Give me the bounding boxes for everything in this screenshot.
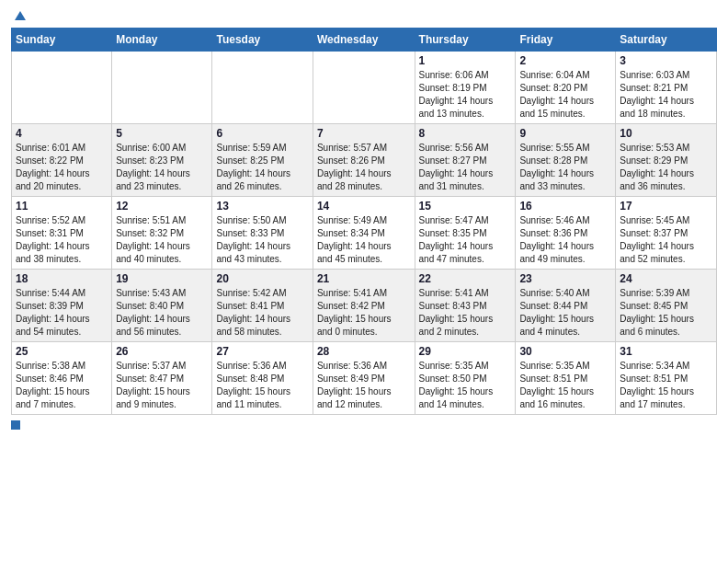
day-info: Sunrise: 5:50 AM Sunset: 8:33 PM Dayligh…	[216, 214, 308, 266]
day-cell	[313, 52, 415, 124]
day-cell: 6Sunrise: 5:59 AM Sunset: 8:25 PM Daylig…	[212, 124, 313, 197]
day-number: 1	[419, 54, 512, 67]
day-cell: 12Sunrise: 5:51 AM Sunset: 8:32 PM Dayli…	[112, 197, 212, 270]
day-number: 13	[216, 200, 308, 213]
day-number: 16	[519, 200, 611, 213]
day-info: Sunrise: 6:00 AM Sunset: 8:23 PM Dayligh…	[116, 142, 208, 193]
day-number: 19	[116, 272, 208, 285]
day-cell	[12, 52, 112, 124]
svg-marker-0	[15, 11, 26, 20]
page: SundayMondayTuesdayWednesdayThursdayFrid…	[0, 0, 728, 563]
day-number: 5	[116, 127, 208, 140]
day-info: Sunrise: 5:35 AM Sunset: 8:50 PM Dayligh…	[419, 360, 512, 411]
day-info: Sunrise: 5:47 AM Sunset: 8:35 PM Dayligh…	[419, 214, 512, 266]
day-info: Sunrise: 5:49 AM Sunset: 8:34 PM Dayligh…	[317, 214, 411, 266]
day-info: Sunrise: 5:59 AM Sunset: 8:25 PM Dayligh…	[216, 142, 308, 193]
day-number: 28	[317, 345, 411, 358]
day-info: Sunrise: 5:41 AM Sunset: 8:43 PM Dayligh…	[419, 287, 512, 339]
day-info: Sunrise: 5:51 AM Sunset: 8:32 PM Dayligh…	[116, 214, 208, 266]
day-cell: 28Sunrise: 5:36 AM Sunset: 8:49 PM Dayli…	[313, 342, 415, 415]
day-cell: 25Sunrise: 5:38 AM Sunset: 8:46 PM Dayli…	[12, 342, 112, 415]
col-header-wednesday: Wednesday	[313, 29, 415, 52]
day-info: Sunrise: 5:40 AM Sunset: 8:44 PM Dayligh…	[519, 287, 611, 339]
day-cell: 20Sunrise: 5:42 AM Sunset: 8:41 PM Dayli…	[212, 270, 313, 342]
day-number: 24	[620, 272, 712, 285]
day-cell: 17Sunrise: 5:45 AM Sunset: 8:37 PM Dayli…	[616, 197, 717, 270]
col-header-sunday: Sunday	[12, 29, 112, 52]
day-number: 21	[317, 272, 411, 285]
day-cell: 14Sunrise: 5:49 AM Sunset: 8:34 PM Dayli…	[313, 197, 415, 270]
day-info: Sunrise: 5:52 AM Sunset: 8:31 PM Dayligh…	[16, 214, 108, 266]
day-number: 14	[317, 200, 411, 213]
day-number: 15	[419, 200, 512, 213]
day-info: Sunrise: 5:37 AM Sunset: 8:47 PM Dayligh…	[116, 360, 208, 411]
day-info: Sunrise: 5:41 AM Sunset: 8:42 PM Dayligh…	[317, 287, 411, 339]
day-cell: 10Sunrise: 5:53 AM Sunset: 8:29 PM Dayli…	[616, 124, 717, 197]
day-info: Sunrise: 5:44 AM Sunset: 8:39 PM Dayligh…	[16, 287, 108, 339]
day-info: Sunrise: 6:06 AM Sunset: 8:19 PM Dayligh…	[419, 69, 512, 121]
day-number: 2	[519, 54, 611, 67]
calendar-table: SundayMondayTuesdayWednesdayThursdayFrid…	[11, 28, 717, 415]
day-info: Sunrise: 5:56 AM Sunset: 8:27 PM Dayligh…	[419, 142, 512, 193]
logo	[11, 9, 26, 22]
day-info: Sunrise: 5:57 AM Sunset: 8:26 PM Dayligh…	[317, 142, 411, 193]
day-cell: 31Sunrise: 5:34 AM Sunset: 8:51 PM Dayli…	[616, 342, 717, 415]
day-number: 6	[216, 127, 308, 140]
week-row-1: 1Sunrise: 6:06 AM Sunset: 8:19 PM Daylig…	[12, 52, 717, 124]
day-info: Sunrise: 5:53 AM Sunset: 8:29 PM Dayligh…	[620, 142, 712, 193]
day-number: 8	[419, 127, 512, 140]
day-number: 25	[16, 345, 108, 358]
day-number: 29	[419, 345, 512, 358]
day-cell: 29Sunrise: 5:35 AM Sunset: 8:50 PM Dayli…	[415, 342, 516, 415]
day-info: Sunrise: 5:35 AM Sunset: 8:51 PM Dayligh…	[519, 360, 611, 411]
day-info: Sunrise: 5:39 AM Sunset: 8:45 PM Dayligh…	[620, 287, 712, 339]
day-cell: 2Sunrise: 6:04 AM Sunset: 8:20 PM Daylig…	[516, 52, 616, 124]
day-cell: 15Sunrise: 5:47 AM Sunset: 8:35 PM Dayli…	[415, 197, 516, 270]
legend-dot	[11, 420, 20, 430]
logo-icon	[13, 9, 26, 22]
footer	[11, 420, 717, 430]
day-number: 17	[620, 200, 712, 213]
col-header-thursday: Thursday	[415, 29, 516, 52]
header-row: SundayMondayTuesdayWednesdayThursdayFrid…	[12, 29, 717, 52]
day-number: 7	[317, 127, 411, 140]
week-row-3: 11Sunrise: 5:52 AM Sunset: 8:31 PM Dayli…	[12, 197, 717, 270]
day-info: Sunrise: 5:42 AM Sunset: 8:41 PM Dayligh…	[216, 287, 308, 339]
day-info: Sunrise: 5:36 AM Sunset: 8:49 PM Dayligh…	[317, 360, 411, 411]
col-header-saturday: Saturday	[616, 29, 717, 52]
col-header-monday: Monday	[112, 29, 212, 52]
day-cell: 18Sunrise: 5:44 AM Sunset: 8:39 PM Dayli…	[12, 270, 112, 342]
day-number: 20	[216, 272, 308, 285]
day-number: 23	[519, 272, 611, 285]
col-header-friday: Friday	[516, 29, 616, 52]
day-cell: 1Sunrise: 6:06 AM Sunset: 8:19 PM Daylig…	[415, 52, 516, 124]
day-info: Sunrise: 5:43 AM Sunset: 8:40 PM Dayligh…	[116, 287, 208, 339]
day-info: Sunrise: 5:55 AM Sunset: 8:28 PM Dayligh…	[519, 142, 611, 193]
calendar-header: SundayMondayTuesdayWednesdayThursdayFrid…	[12, 29, 717, 52]
week-row-5: 25Sunrise: 5:38 AM Sunset: 8:46 PM Dayli…	[12, 342, 717, 415]
day-cell: 3Sunrise: 6:03 AM Sunset: 8:21 PM Daylig…	[616, 52, 717, 124]
day-number: 31	[620, 345, 712, 358]
day-info: Sunrise: 6:04 AM Sunset: 8:20 PM Dayligh…	[519, 69, 611, 121]
day-info: Sunrise: 6:01 AM Sunset: 8:22 PM Dayligh…	[16, 142, 108, 193]
col-header-tuesday: Tuesday	[212, 29, 313, 52]
header	[11, 9, 717, 22]
day-cell: 27Sunrise: 5:36 AM Sunset: 8:48 PM Dayli…	[212, 342, 313, 415]
day-number: 26	[116, 345, 208, 358]
week-row-4: 18Sunrise: 5:44 AM Sunset: 8:39 PM Dayli…	[12, 270, 717, 342]
day-info: Sunrise: 5:38 AM Sunset: 8:46 PM Dayligh…	[16, 360, 108, 411]
day-info: Sunrise: 6:03 AM Sunset: 8:21 PM Dayligh…	[620, 69, 712, 121]
day-cell: 13Sunrise: 5:50 AM Sunset: 8:33 PM Dayli…	[212, 197, 313, 270]
day-cell: 23Sunrise: 5:40 AM Sunset: 8:44 PM Dayli…	[516, 270, 616, 342]
day-number: 10	[620, 127, 712, 140]
day-number: 18	[16, 272, 108, 285]
calendar-body: 1Sunrise: 6:06 AM Sunset: 8:19 PM Daylig…	[12, 52, 717, 415]
day-number: 22	[419, 272, 512, 285]
day-number: 4	[16, 127, 108, 140]
day-number: 9	[519, 127, 611, 140]
day-info: Sunrise: 5:36 AM Sunset: 8:48 PM Dayligh…	[216, 360, 308, 411]
day-cell: 22Sunrise: 5:41 AM Sunset: 8:43 PM Dayli…	[415, 270, 516, 342]
day-cell: 11Sunrise: 5:52 AM Sunset: 8:31 PM Dayli…	[12, 197, 112, 270]
day-info: Sunrise: 5:45 AM Sunset: 8:37 PM Dayligh…	[620, 214, 712, 266]
day-info: Sunrise: 5:34 AM Sunset: 8:51 PM Dayligh…	[620, 360, 712, 411]
